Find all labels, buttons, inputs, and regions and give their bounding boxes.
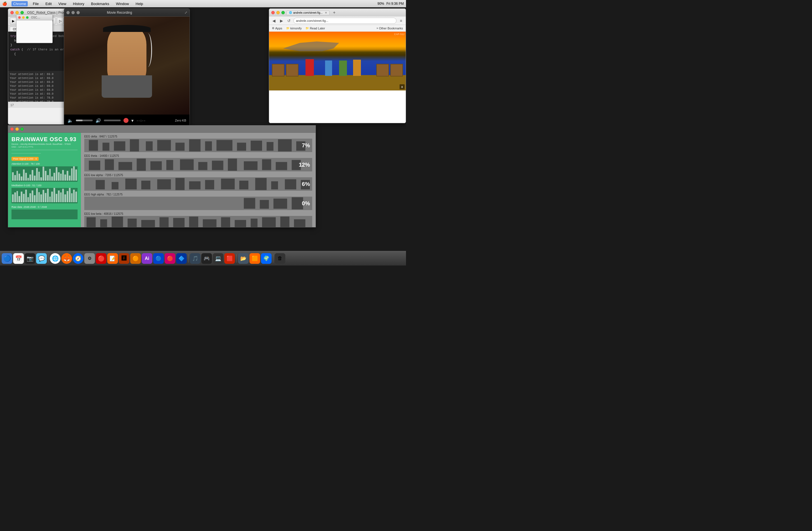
menu-edit[interactable]: Edit: [44, 1, 53, 6]
person-container: [102, 19, 152, 98]
bw-tl-max[interactable]: [20, 127, 24, 131]
tl-minimize[interactable]: [15, 11, 19, 14]
bookmark-readlater[interactable]: 📁 Read Later: [304, 26, 326, 30]
menu-file[interactable]: File: [31, 1, 40, 6]
dock-safari[interactable]: 🧭: [73, 253, 84, 264]
apple-menu[interactable]: 🍎: [2, 1, 7, 6]
browser2-icon: 🌍: [263, 255, 270, 262]
svg-rect-50: [128, 219, 137, 227]
dock-ai[interactable]: Ai: [142, 253, 152, 264]
record-button[interactable]: [124, 118, 129, 123]
svg-rect-56: [221, 217, 230, 227]
bookmark-kimonify[interactable]: 📁 kimonify: [285, 26, 303, 30]
nav-back[interactable]: ◀: [271, 18, 277, 24]
nav-forward[interactable]: ▶: [278, 18, 285, 24]
pause-button[interactable]: ⏸: [400, 84, 405, 89]
meditation-bars: [12, 188, 77, 203]
chrome-menu[interactable]: ≡: [398, 18, 404, 24]
progress-bar[interactable]: [104, 119, 121, 121]
volume-low-icon[interactable]: 🔈: [68, 118, 73, 123]
play-button[interactable]: ▶: [10, 18, 16, 24]
movie-tl-min[interactable]: [71, 11, 75, 14]
volume-slider[interactable]: [76, 119, 93, 121]
dock-app1[interactable]: 🅰: [119, 253, 129, 264]
eeg-lowalpha-pct: 6%: [302, 181, 310, 187]
dock-nodebox[interactable]: 🔴: [96, 253, 106, 264]
ear-cable: [144, 33, 152, 67]
movie-expand[interactable]: ⤢: [185, 11, 187, 15]
bw-tl-min[interactable]: [15, 127, 19, 131]
app1-icon: 🅰: [121, 255, 127, 261]
theta-pattern: [84, 158, 312, 171]
movie-tl-close[interactable]: [67, 11, 70, 14]
bookmark-other[interactable]: » Other Bookmarks: [376, 26, 404, 30]
chrome-tl-min[interactable]: [276, 11, 280, 14]
game-ground: [269, 75, 406, 90]
svg-rect-1: [102, 143, 109, 151]
dock-chrome[interactable]: 🌐: [50, 253, 60, 264]
dock-music[interactable]: 🎵: [190, 253, 201, 264]
volume-high-icon[interactable]: 🔊: [96, 118, 101, 123]
bookmark-readlater-label: Read Later: [310, 27, 325, 30]
forward-button[interactable]: ▷: [57, 18, 63, 24]
chrome-tl-max[interactable]: [281, 11, 285, 14]
dock-trash[interactable]: 🗑: [275, 253, 285, 264]
bw-content: BRAINWAVE OSC 0.93 Device - /dev/tty.Min…: [8, 133, 316, 227]
auto-tl-r[interactable]: [18, 16, 21, 19]
menu-chrome[interactable]: Chrome: [12, 1, 28, 6]
bar12: [36, 168, 38, 181]
menu-view[interactable]: View: [57, 1, 68, 6]
nav-refresh[interactable]: ↺: [286, 18, 292, 24]
svg-rect-34: [176, 178, 185, 190]
dock-app8[interactable]: 🟧: [249, 253, 260, 264]
tl-maximize[interactable]: [20, 11, 24, 14]
menu-help[interactable]: Help: [134, 1, 145, 6]
tl-close[interactable]: [10, 11, 14, 14]
bookmark-apps[interactable]: ⚙ Apps: [271, 26, 284, 30]
svg-rect-41: [285, 179, 296, 189]
svg-rect-15: [89, 161, 100, 170]
chrome-tab-close[interactable]: ✕: [325, 11, 327, 14]
dock-sep4: [273, 254, 273, 263]
dock-game[interactable]: 🎮: [201, 253, 212, 264]
dock-calendar[interactable]: 📅: [13, 253, 24, 264]
dock-app4[interactable]: 🔵: [153, 253, 164, 264]
game-screenshot: CAP-S12 ⏸: [269, 32, 406, 90]
dock-app6[interactable]: 🔷: [176, 253, 187, 264]
new-tab-button[interactable]: +: [333, 10, 335, 15]
dropdown-icon[interactable]: ▾: [131, 118, 133, 123]
chrome-tab[interactable]: 🌐 andrele.com/street-fig... ✕: [287, 10, 330, 15]
calendar-icon: 📅: [15, 255, 22, 262]
filezilla-icon: 📂: [240, 255, 246, 262]
svg-rect-22: [198, 162, 207, 170]
dock-messages[interactable]: 💬: [36, 253, 47, 264]
svg-rect-0: [89, 140, 98, 151]
dock-app2[interactable]: 🟠: [130, 253, 141, 264]
bar19: [51, 176, 53, 181]
dock-finder[interactable]: 🔵: [2, 253, 12, 264]
auto-tl-g[interactable]: [26, 16, 29, 19]
menu-bookmarks[interactable]: Bookmarks: [89, 1, 111, 6]
url-bar[interactable]: [293, 18, 396, 24]
m-bar13: [38, 192, 40, 202]
menu-window[interactable]: Window: [114, 1, 130, 6]
nodebox-icon: 🔴: [98, 255, 105, 262]
bar13: [38, 172, 40, 181]
menu-history[interactable]: History: [71, 1, 86, 6]
auto-tl-y[interactable]: [22, 16, 25, 19]
dock-facetime[interactable]: 📷: [25, 253, 35, 264]
svg-rect-51: [141, 220, 155, 227]
dock-app7[interactable]: 🟥: [224, 253, 235, 264]
m-bar5: [21, 191, 23, 202]
bw-tl-close[interactable]: [10, 127, 14, 131]
dock-processing[interactable]: ⚙: [84, 253, 95, 264]
dock-app5[interactable]: 🔴: [165, 253, 175, 264]
chrome-tl-close[interactable]: [271, 11, 275, 14]
dock-filezilla[interactable]: 📂: [238, 253, 249, 264]
dock-steam[interactable]: 💻: [213, 253, 223, 264]
dock-browser2[interactable]: 🌍: [261, 253, 272, 264]
bar1: [12, 172, 14, 181]
dock-sublime[interactable]: 📝: [107, 253, 118, 264]
dock-firefox[interactable]: 🦊: [61, 253, 72, 264]
movie-tl-max[interactable]: [76, 11, 80, 14]
